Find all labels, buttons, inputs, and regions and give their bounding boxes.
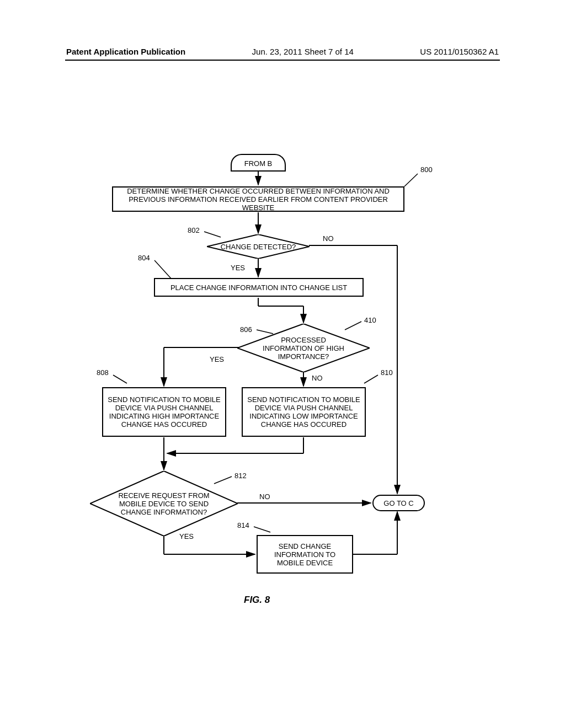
process-notify-high: SEND NOTIFICATION TO MOBILE DEVICE VIA P… [102,387,226,437]
decision-change-detected-shape [207,234,310,259]
process-notify-low: SEND NOTIFICATION TO MOBILE DEVICE VIA P… [242,387,366,437]
process-notify-low-text: SEND NOTIFICATION TO MOBILE DEVICE VIA P… [247,395,360,429]
ref-808: 808 [97,368,109,377]
decision-receive-request-shape [90,471,238,536]
label-d806-yes: YES [210,355,224,363]
ref-814: 814 [237,521,249,529]
svg-line-16 [113,375,127,383]
process-place-change-list-text: PLACE CHANGE INFORMATION INTO CHANGE LIS… [170,283,347,292]
process-place-change-list: PLACE CHANGE INFORMATION INTO CHANGE LIS… [154,278,364,297]
ref-804: 804 [138,254,150,262]
svg-marker-29 [207,234,310,259]
terminal-from-b: FROM B [231,154,286,172]
ref-812: 812 [234,472,247,480]
svg-line-26 [254,527,270,532]
svg-marker-30 [237,324,370,372]
process-send-change-info: SEND CHANGE INFORMATION TO MOBILE DEVICE [257,535,353,574]
svg-marker-31 [90,471,238,536]
terminal-goto-c-label: GO TO C [383,499,413,507]
svg-line-7 [154,260,171,279]
figure-caption: FIG. 8 [244,595,270,606]
label-d812-no: NO [259,493,270,501]
ref-802: 802 [188,226,200,234]
terminal-from-b-label: FROM B [244,159,273,168]
flowchart-canvas: FROM B DETERMINE WHETHER CHANGE OCCURRED… [0,0,565,728]
process-determine-change-text: DETERMINE WHETHER CHANGE OCCURRED BETWEE… [118,187,399,212]
ref-800: 800 [420,165,433,174]
svg-line-17 [364,375,378,383]
ref-410: 410 [364,316,376,324]
process-determine-change: DETERMINE WHETHER CHANGE OCCURRED BETWEE… [112,186,404,212]
label-d806-no: NO [312,374,323,382]
process-notify-high-text: SEND NOTIFICATION TO MOBILE DEVICE VIA P… [108,395,221,429]
svg-line-0 [404,174,418,186]
terminal-goto-c: GO TO C [372,495,425,511]
label-d812-yes: YES [179,532,194,540]
ref-806: 806 [240,325,252,334]
terminal-from-b-baseline [231,170,286,172]
decision-high-importance-shape [237,324,370,372]
label-d802-yes: YES [231,264,245,272]
process-send-change-info-text: SEND CHANGE INFORMATION TO MOBILE DEVICE [262,542,348,567]
label-d802-no: NO [323,234,334,243]
ref-810: 810 [381,368,393,377]
